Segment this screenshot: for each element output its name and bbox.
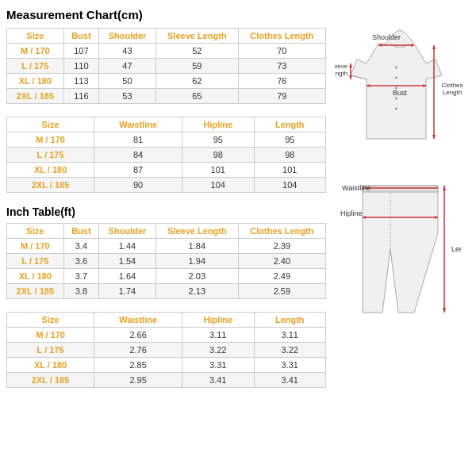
table-cell: XL / 180 <box>7 269 64 284</box>
table-cell: 62 <box>155 74 238 89</box>
table-cell: 2.39 <box>238 239 325 254</box>
table-cell: 2.13 <box>155 284 238 299</box>
table-cell: M / 170 <box>7 44 64 59</box>
table-header: Length <box>254 313 325 328</box>
table-cell: 3.22 <box>182 343 254 358</box>
bust-label: Bust <box>393 89 408 97</box>
table-row: 2XL / 1852.953.413.41 <box>7 373 326 388</box>
table-cell: XL / 180 <box>7 358 94 373</box>
svg-marker-14 <box>432 135 436 139</box>
table-cell: 52 <box>155 44 238 59</box>
hipline-label: Hipline <box>340 209 363 217</box>
table-cell: 104 <box>182 178 254 193</box>
svg-point-4 <box>395 108 397 110</box>
table-cell: 2XL / 185 <box>7 178 94 193</box>
table-cell: 50 <box>99 74 156 89</box>
table-header: Hipline <box>182 117 254 132</box>
table-cell: 2XL / 185 <box>7 89 64 104</box>
table-row: M / 170819595 <box>7 132 326 148</box>
table-cell: 3.31 <box>182 358 254 373</box>
table-header: Size <box>7 224 64 239</box>
table-row: L / 175849898 <box>7 148 326 163</box>
table-cell: 2.95 <box>94 373 182 388</box>
table-cell: 101 <box>182 163 254 178</box>
table-header: Size <box>7 117 94 132</box>
table-header: Sleeve Length <box>155 224 238 239</box>
table-cell: 2.03 <box>155 269 238 284</box>
right-panel: Shoulder Bust Sleeve Length Clothes Leng… <box>331 8 470 401</box>
table-cell: 113 <box>63 74 98 89</box>
table-cell: 2.76 <box>94 343 182 358</box>
cm-table2: SizeWaistlineHiplineLength M / 170819595… <box>6 117 326 193</box>
table-header: Clothes Length <box>238 224 325 239</box>
table-cell: 98 <box>254 148 325 163</box>
table-header: Shoulder <box>99 224 156 239</box>
table-cell: 70 <box>238 44 325 59</box>
table-cell: 65 <box>155 89 238 104</box>
table-cell: 2XL / 185 <box>7 284 64 299</box>
table-cell: 98 <box>182 148 254 163</box>
shoulder-label: Shoulder <box>372 33 401 41</box>
table-header: Size <box>7 29 64 44</box>
pants-diagram-area: Waistline Hipline Length <box>339 178 462 318</box>
svg-marker-26 <box>443 308 446 313</box>
table-cell: 3.11 <box>254 328 325 343</box>
waistline-label: Waistline <box>342 184 370 192</box>
table-row: L / 175110475973 <box>7 59 326 74</box>
table-cell: 107 <box>63 44 98 59</box>
table-header: Hipline <box>182 313 254 328</box>
table-cell: 2.66 <box>94 328 182 343</box>
inch-table2-section: SizeWaistlineHiplineLength M / 1702.663.… <box>6 312 326 388</box>
inch-table2: SizeWaistlineHiplineLength M / 1702.663.… <box>6 312 326 388</box>
table-header: Clothes Length <box>238 29 325 44</box>
table-cell: 76 <box>238 74 325 89</box>
table-cell: 53 <box>99 89 156 104</box>
svg-point-1 <box>395 77 397 79</box>
table-row: XL / 1802.853.313.31 <box>7 358 326 373</box>
table-cell: 101 <box>254 163 325 178</box>
table-row: 2XL / 18590104104 <box>7 178 326 193</box>
shirt-diagram-svg: Shoulder Bust Sleeve Length Clothes Leng… <box>335 16 466 167</box>
pants-diagram-svg: Waistline Hipline Length <box>339 178 462 317</box>
table-cell: 81 <box>94 132 182 148</box>
cm-title: Measurement Chart(cm) <box>6 8 326 21</box>
table-cell: L / 175 <box>7 59 64 74</box>
table-cell: 43 <box>99 44 156 59</box>
clothes-length-label2: Length <box>443 89 462 96</box>
table-cell: 90 <box>94 178 182 193</box>
table-cell: 116 <box>63 89 98 104</box>
table-cell: M / 170 <box>7 132 94 148</box>
table-cell: 3.7 <box>63 269 98 284</box>
svg-marker-25 <box>443 186 446 190</box>
table-row: XL / 1803.71.642.032.49 <box>7 269 326 284</box>
table-cell: M / 170 <box>7 239 64 254</box>
table-row: M / 1703.41.441.842.39 <box>7 239 326 254</box>
svg-point-3 <box>395 98 397 100</box>
svg-rect-18 <box>363 186 438 192</box>
table-header: Sleeve Length <box>155 29 238 44</box>
table-cell: 3.4 <box>63 239 98 254</box>
table-cell: 3.41 <box>254 373 325 388</box>
table-cell: 84 <box>94 148 182 163</box>
shirt-diagram-area: Shoulder Bust Sleeve Length Clothes Leng… <box>335 16 466 168</box>
table-cell: L / 175 <box>7 254 64 269</box>
table-cell: 110 <box>63 59 98 74</box>
table-cell: 59 <box>155 59 238 74</box>
table-cell: 3.41 <box>182 373 254 388</box>
table-cell: 104 <box>254 178 325 193</box>
table-cell: 3.22 <box>254 343 325 358</box>
table-cell: XL / 180 <box>7 74 64 89</box>
table-cell: 79 <box>238 89 325 104</box>
length-label: Length <box>451 245 462 253</box>
table-row: M / 1702.663.113.11 <box>7 328 326 343</box>
table-header: Waistline <box>94 313 182 328</box>
table-row: 2XL / 185116536579 <box>7 89 326 104</box>
table-cell: 1.84 <box>155 239 238 254</box>
table-cell: 73 <box>238 59 325 74</box>
table-cell: 2XL / 185 <box>7 373 94 388</box>
svg-point-0 <box>395 67 397 69</box>
table-cell: 2.85 <box>94 358 182 373</box>
svg-marker-17 <box>349 75 352 79</box>
table-cell: L / 175 <box>7 148 94 163</box>
table-cell: 95 <box>182 132 254 148</box>
